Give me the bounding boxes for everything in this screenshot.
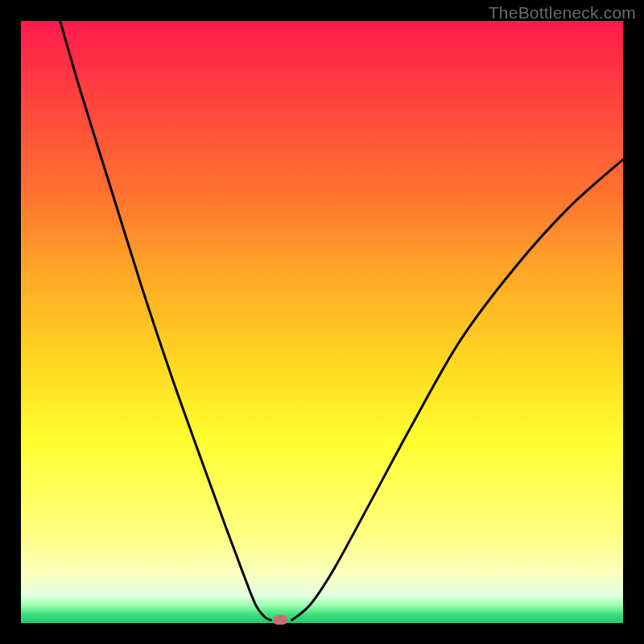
watermark-text: TheBottleneck.com <box>489 3 636 23</box>
curve-left-branch <box>60 21 271 620</box>
curve-right-branch <box>292 159 623 620</box>
bottleneck-curve <box>21 21 623 623</box>
bottleneck-marker <box>273 615 287 625</box>
chart-plot-area <box>21 21 623 623</box>
